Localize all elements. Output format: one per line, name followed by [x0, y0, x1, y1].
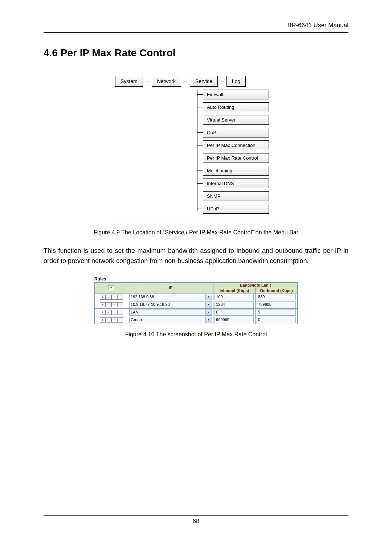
header-right: BR-6641 User Manual: [287, 22, 348, 29]
add-icon[interactable]: +: [100, 295, 106, 300]
figure-410-caption: Figure 4.10 The screenshot of Per IP Max…: [44, 331, 348, 338]
ip-select[interactable]: 10.9.18.77-10.9.18.90▾: [129, 301, 212, 308]
svc-item-snmp[interactable]: SNMP: [197, 191, 278, 201]
svc-label: QoS: [203, 128, 269, 138]
tab-connector: [221, 82, 224, 87]
svc-item-virtualserver[interactable]: Virtual Server: [197, 115, 278, 125]
inbound-input[interactable]: 0: [215, 309, 254, 316]
tab-connector: [184, 82, 187, 87]
down-icon[interactable]: ↓: [117, 295, 123, 300]
row-actions[interactable]: +−↑↓: [95, 316, 128, 324]
ip-value[interactable]: Group :: [129, 317, 206, 323]
add-icon[interactable]: +: [100, 302, 106, 307]
svc-item-peripmaxrate[interactable]: Per IP Max Rate Control: [197, 153, 278, 163]
svc-label: Virtual Server: [203, 115, 269, 125]
chevron-down-icon[interactable]: ▾: [206, 301, 212, 308]
up-icon[interactable]: ↑: [111, 317, 117, 323]
inbound-input[interactable]: 100: [215, 294, 254, 300]
down-icon[interactable]: ↓: [117, 317, 123, 323]
ip-value[interactable]: LAN: [129, 309, 206, 316]
del-icon[interactable]: −: [106, 317, 111, 323]
ip-value[interactable]: 10.9.18.77-10.9.18.90: [129, 301, 206, 308]
svc-item-upnp[interactable]: UPnP: [197, 204, 278, 214]
inbound-input[interactable]: 999999: [215, 317, 254, 323]
svc-item-autorouting[interactable]: Auto Routing: [197, 102, 278, 112]
outbound-input[interactable]: 0: [257, 317, 296, 323]
page-number: 68: [193, 518, 200, 525]
outbound-input[interactable]: 9: [257, 309, 296, 316]
ip-value[interactable]: 192.168.0.88: [129, 294, 206, 300]
page-header: BR-6641 User Manual: [44, 22, 348, 33]
add-icon[interactable]: +: [109, 285, 114, 290]
svc-item-multihoming[interactable]: Multihoming: [197, 166, 278, 176]
col-add[interactable]: +: [95, 282, 128, 293]
rules-table: + IP Bandwidth Limit Inbound (Kbps) Outb…: [94, 282, 298, 324]
table-row: +−↑↓ 192.168.0.88▾ 100 889: [95, 293, 298, 301]
svc-label: Internal DNS: [203, 178, 269, 188]
down-icon[interactable]: ↓: [117, 302, 123, 307]
table-row: +−↑↓ Group :▾ 999999 0: [95, 316, 298, 324]
menu-tab-row: System Network Service Log: [115, 76, 278, 87]
tree-vline: [197, 90, 197, 211]
row-actions[interactable]: +−↑↓: [95, 308, 128, 316]
col-inbound: Inbound (Kbps): [213, 288, 256, 293]
svc-label: Per IP Max Rate Control: [203, 153, 269, 163]
inbound-input[interactable]: 1234: [215, 301, 254, 308]
chevron-down-icon[interactable]: ▾: [206, 317, 212, 323]
col-bw-group: Bandwidth Limit: [213, 282, 298, 288]
svc-label: Multihoming: [203, 166, 269, 176]
chevron-down-icon[interactable]: ▾: [206, 294, 212, 300]
tab-system[interactable]: System: [115, 76, 143, 87]
figure-49-caption: Figure 4.9 The Location of “Service / Pe…: [44, 229, 348, 236]
tab-network[interactable]: Network: [152, 76, 181, 87]
svc-item-qos[interactable]: QoS: [197, 128, 278, 138]
svc-item-idns[interactable]: Internal DNS: [197, 178, 278, 188]
table-row: +−↑↓ 10.9.18.77-10.9.18.90▾ 1234 789605: [95, 301, 298, 308]
svc-label: UPnP: [203, 204, 269, 214]
col-outbound: Outbound (Kbps): [256, 288, 298, 293]
outbound-input[interactable]: 889: [257, 294, 296, 300]
ip-select[interactable]: LAN▾: [129, 309, 212, 316]
del-icon[interactable]: −: [106, 310, 111, 315]
tab-service[interactable]: Service: [190, 76, 218, 87]
tab-connector: [146, 82, 149, 87]
rules-title: Rules: [94, 276, 298, 282]
up-icon[interactable]: ↑: [111, 302, 117, 307]
rules-figure: Rules + IP Bandwidth Limit Inbound (Kbps…: [94, 276, 298, 324]
svc-label: SNMP: [203, 191, 269, 201]
outbound-input[interactable]: 789605: [257, 301, 296, 308]
section-title: 4.6 Per IP Max Rate Control: [44, 47, 348, 59]
row-actions[interactable]: +−↑↓: [95, 293, 128, 301]
col-ip: IP: [128, 282, 213, 293]
menu-figure: System Network Service Log Firewall Auto…: [109, 69, 283, 222]
up-icon[interactable]: ↑: [111, 310, 117, 315]
svc-item-firewall[interactable]: Firewall: [197, 90, 278, 99]
ip-select[interactable]: Group :▾: [129, 317, 212, 323]
svc-label: Auto Routing: [203, 102, 269, 112]
add-icon[interactable]: +: [100, 317, 106, 323]
add-icon[interactable]: +: [100, 310, 106, 315]
svc-label: Firewall: [203, 90, 269, 99]
svc-label: Per IP Max Connection: [203, 140, 269, 150]
service-subtree: Firewall Auto Routing Virtual Server QoS…: [197, 90, 278, 214]
chevron-down-icon[interactable]: ▾: [206, 309, 212, 316]
tab-log[interactable]: Log: [226, 76, 246, 87]
rules-tbody: +−↑↓ 192.168.0.88▾ 100 889 +−↑↓ 10.9.18.…: [95, 293, 298, 324]
del-icon[interactable]: −: [106, 302, 111, 307]
down-icon[interactable]: ↓: [117, 310, 123, 315]
body-paragraph: This function is used to set the maximum…: [44, 246, 348, 266]
up-icon[interactable]: ↑: [111, 295, 117, 300]
page-footer: 68: [44, 515, 348, 525]
table-row: +−↑↓ LAN▾ 0 9: [95, 308, 298, 316]
ip-select[interactable]: 192.168.0.88▾: [129, 294, 212, 300]
svc-item-peripmaxconn[interactable]: Per IP Max Connection: [197, 140, 278, 150]
row-actions[interactable]: +−↑↓: [95, 301, 128, 308]
del-icon[interactable]: −: [106, 295, 111, 300]
